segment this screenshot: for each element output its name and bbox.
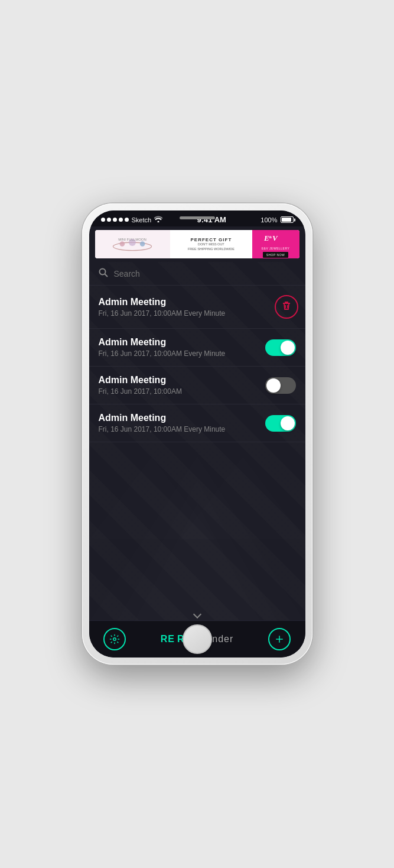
status-left: Sketch	[101, 216, 163, 224]
reminder-title: Admin Meeting	[99, 413, 265, 423]
ad-tagline1: PERFECT GIFT	[191, 237, 232, 242]
reminder-toggle[interactable]	[265, 415, 296, 432]
reminder-title: Admin Meeting	[99, 375, 265, 386]
toggle-knob	[266, 378, 281, 393]
screen: Sketch 9:41 AM 100%	[89, 210, 305, 658]
toggle-knob	[281, 416, 295, 430]
main-content: Admin Meeting Fri, 16 Jun 2017, 10:00AM …	[89, 262, 305, 620]
swipe-indicator	[194, 611, 200, 617]
svg-text:MINI FULLMOON: MINI FULLMOON	[119, 238, 147, 241]
battery-percent: 100%	[261, 216, 277, 224]
reminder-list: Admin Meeting Fri, 16 Jun 2017, 10:00AM …	[89, 286, 305, 620]
ad-tagline2: DON'T MISS OUT	[198, 242, 224, 247]
reminder-subtitle: Fri, 16 Jun 2017, 10:00AM Every Minute	[99, 425, 265, 433]
phone-speaker	[180, 216, 215, 219]
reminder-item[interactable]: Admin Meeting Fri, 16 Jun 2017, 10:00AM	[89, 367, 305, 404]
carrier-label: Sketch	[132, 216, 152, 224]
battery-icon	[281, 216, 294, 223]
svg-point-1	[120, 241, 125, 247]
reminder-item[interactable]: Admin Meeting Fri, 16 Jun 2017, 10:00AM …	[89, 286, 305, 329]
reminder-info: Admin Meeting Fri, 16 Jun 2017, 10:00AM …	[99, 337, 265, 358]
ad-brand-name: E&V JEWELLERY	[262, 247, 290, 250]
plus-icon	[274, 634, 285, 644]
svg-point-3	[140, 241, 145, 247]
reminder-subtitle: Fri, 16 Jun 2017, 10:00AM Every Minute	[99, 349, 265, 358]
reminder-info: Admin Meeting Fri, 16 Jun 2017, 10:00AM …	[89, 297, 275, 318]
reminder-toggle[interactable]	[265, 377, 296, 394]
svg-point-17	[113, 638, 116, 641]
reminder-item[interactable]: Admin Meeting Fri, 16 Jun 2017, 10:00AM …	[89, 329, 305, 367]
reminder-info: Admin Meeting Fri, 16 Jun 2017, 10:00AM …	[99, 413, 265, 433]
svg-point-8	[99, 269, 105, 275]
search-input[interactable]	[114, 269, 296, 278]
battery-fill	[282, 218, 291, 222]
ad-brand-logo: E & V	[263, 231, 289, 245]
trash-icon	[281, 300, 292, 313]
ad-shop-cta[interactable]: SHOP NOW	[263, 252, 289, 258]
home-button[interactable]	[183, 624, 212, 654]
reminder-info: Admin Meeting Fri, 16 Jun 2017, 10:00AM	[99, 375, 265, 396]
app-title-re1: RE	[161, 634, 175, 644]
status-right: 100%	[261, 216, 293, 224]
gear-icon	[109, 634, 120, 644]
reminder-title: Admin Meeting	[99, 337, 265, 348]
settings-button[interactable]	[103, 628, 126, 650]
svg-text:V: V	[272, 234, 278, 242]
ad-banner[interactable]: MINI FULLMOON PERFECT GIFT DON'T MISS OU…	[95, 230, 299, 258]
ad-image-left: MINI FULLMOON	[95, 230, 171, 258]
add-reminder-button[interactable]	[268, 628, 291, 650]
delete-button[interactable]	[275, 295, 298, 319]
wifi-icon	[154, 216, 162, 224]
svg-line-9	[105, 274, 108, 277]
phone-screen-wrapper: Sketch 9:41 AM 100%	[89, 210, 305, 658]
ad-brand[interactable]: E & V E&V JEWELLERY SHOP NOW	[252, 230, 299, 258]
reminder-toggle[interactable]	[265, 339, 296, 356]
search-bar	[89, 262, 305, 286]
reminder-subtitle: Fri, 16 Jun 2017, 10:00AM Every Minute	[99, 309, 275, 318]
signal-dots	[101, 218, 129, 222]
ad-tagline3: FREE SHIPPING WORLDWIDE	[188, 247, 235, 252]
reminder-item[interactable]: Admin Meeting Fri, 16 Jun 2017, 10:00AM …	[89, 404, 305, 442]
toggle-knob	[281, 341, 295, 355]
search-icon	[99, 268, 108, 279]
phone-frame: Sketch 9:41 AM 100%	[82, 203, 312, 665]
reminder-subtitle: Fri, 16 Jun 2017, 10:00AM	[99, 387, 265, 396]
reminder-title: Admin Meeting	[99, 297, 275, 307]
bracelet-image: MINI FULLMOON	[109, 235, 156, 253]
ad-center: PERFECT GIFT DON'T MISS OUT FREE SHIPPIN…	[170, 230, 252, 258]
